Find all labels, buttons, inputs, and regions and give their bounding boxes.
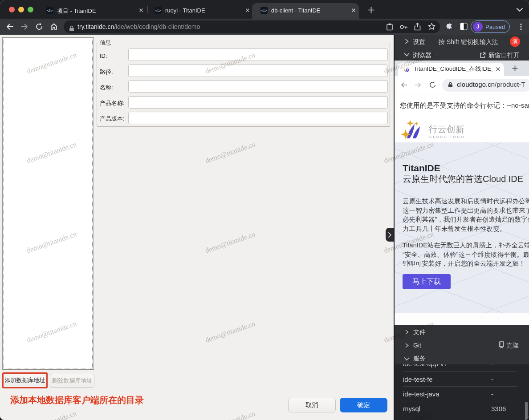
svg-text:<t>: <t> [261,8,267,13]
svg-text:<t>: <t> [47,8,53,13]
svg-text:<t>: <t> [155,8,161,13]
